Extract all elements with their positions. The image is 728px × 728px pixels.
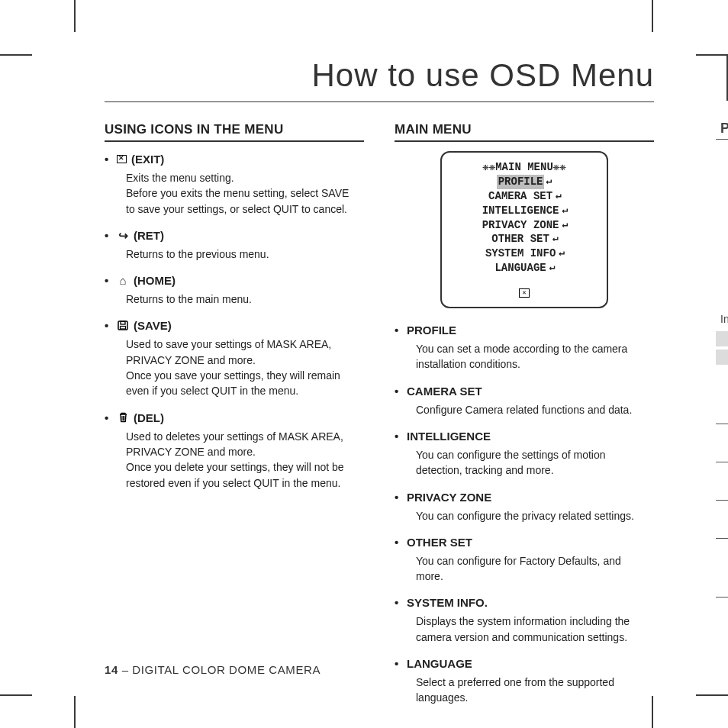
item-desc: Displays the system information includin… [416,614,654,645]
left-column: USING ICONS IN THE MENU (EXIT)Exits the … [105,122,364,717]
item-label: SYSTEM INFO. [407,594,488,610]
list-item: (SAVE)Used to save your settings of MASK… [105,317,364,398]
item-head: (DEL) [105,410,364,426]
crop-tick [0,54,32,56]
enter-icon: ↵ [549,261,556,275]
item-head: (RET) [105,227,364,243]
enter-icon: ↵ [562,204,569,218]
osd-item: PRIVACY ZONE [481,218,561,233]
edge-line [716,538,728,539]
item-label: OTHER SET [407,534,472,550]
osd-item: CAMERA SET [487,189,554,204]
item-head: (EXIT) [105,151,364,167]
save-icon [117,321,129,331]
osd-row: SYSTEM INFO↵ [446,246,602,261]
left-item-list: (EXIT)Exits the menu setting.Before you … [105,151,364,491]
item-label: INTELLIGENCE [407,428,491,444]
left-heading: USING ICONS IN THE MENU [105,122,364,142]
item-desc: Select a preferred one from the supporte… [416,675,654,706]
edge-line [716,139,728,140]
edge-partial-text: P [720,121,728,137]
crop-tick [0,694,32,696]
edge-line [716,462,728,462]
item-desc: Returns to the main menu. [126,292,364,307]
item-desc: You can set a mode according to the came… [416,341,654,372]
list-item: (DEL)Used to deletes your settings of MA… [105,410,364,491]
edge-line [716,597,728,598]
list-item: CAMERA SETConfigure Camera related funct… [395,383,654,417]
list-item: LANGUAGESelect a preferred one from the … [395,656,654,706]
list-item: INTELLIGENCEYou can configure the settin… [395,428,654,478]
enter-icon: ↵ [562,218,569,233]
crop-tick [696,54,728,56]
svg-rect-0 [118,321,127,330]
enter-icon: ↵ [556,189,562,204]
delete-icon [117,412,129,423]
svg-rect-1 [121,321,125,324]
right-item-list: PROFILEYou can set a mode according to t… [395,322,654,706]
item-head: OTHER SET [395,534,654,550]
page-number: 14 [105,663,118,676]
list-item: SYSTEM INFO.Displays the system informat… [395,594,654,645]
item-head: CAMERA SET [395,383,654,399]
list-item: PROFILEYou can set a mode according to t… [395,322,654,372]
item-head: SYSTEM INFO. [395,594,654,610]
crop-tick [696,694,728,696]
footer-text: – DIGITAL COLOR DOME CAMERA [118,663,321,676]
item-desc: Exits the menu setting.Before you exits … [126,170,364,217]
crop-tick [74,0,76,32]
item-head: LANGUAGE [395,656,654,672]
item-label: (DEL) [134,410,164,426]
enter-icon: ↵ [552,232,559,246]
list-item: OTHER SETYou can configure for Factory D… [395,534,654,585]
right-column: MAIN MENU ❋❋MAIN MENU❋❋ PROFILE↵CAMERA S… [395,122,654,717]
item-desc: You can configure the privacy related se… [416,508,654,523]
osd-row: INTELLIGENCE↵ [446,204,602,218]
enter-icon: ↵ [559,246,565,261]
item-label: (HOME) [134,272,176,288]
osd-menu-box: ❋❋MAIN MENU❋❋ PROFILE↵CAMERA SET↵INTELLI… [440,151,608,308]
list-item: (EXIT)Exits the menu setting.Before you … [105,151,364,217]
item-desc: Configure Camera related functions and d… [416,402,654,417]
osd-item: SYSTEM INFO [484,246,557,261]
item-label: (RET) [134,227,164,243]
crop-tick [652,0,653,32]
item-desc: Returns to the previous menu. [126,246,364,262]
item-head: PRIVACY ZONE [395,489,654,505]
item-label: LANGUAGE [407,656,472,672]
exit-icon [117,155,127,163]
home-icon [117,275,129,286]
item-head: INTELLIGENCE [395,428,654,444]
item-desc: Used to save your settings of MASK AREA,… [126,337,364,398]
return-icon [117,230,129,240]
item-label: (EXIT) [131,151,164,167]
item-label: CAMERA SET [407,383,482,399]
osd-item: PROFILE [497,175,545,189]
svg-rect-2 [121,327,126,330]
osd-row: LANGUAGE↵ [446,261,602,275]
osd-item: OTHER SET [490,232,551,246]
item-desc: You can configure for Factory Defaults, … [416,553,654,585]
list-item: (RET)Returns to the previous menu. [105,227,364,262]
exit-icon [519,288,530,298]
osd-exit-icon-row [446,285,602,299]
right-heading: MAIN MENU [395,122,654,142]
osd-row: CAMERA SET↵ [446,189,602,204]
osd-item: LANGUAGE [493,261,547,275]
footer: 14 – DIGITAL COLOR DOME CAMERA [105,663,321,676]
osd-title: ❋❋MAIN MENU❋❋ [446,160,602,175]
osd-row: PROFILE↵ [446,175,602,189]
osd-item: INTELLIGENCE [481,204,561,218]
osd-row: PRIVACY ZONE↵ [446,218,602,233]
list-item: (HOME)Returns to the main menu. [105,272,364,307]
osd-rows: PROFILE↵CAMERA SET↵INTELLIGENCE↵PRIVACY … [446,175,602,275]
edge-partial-text: In [720,313,728,325]
page-title: How to use OSD Menu [311,57,654,94]
item-desc: Used to deletes your settings of MASK AR… [126,429,364,491]
edge-band [716,331,728,346]
crop-tick [74,696,76,728]
content-columns: USING ICONS IN THE MENU (EXIT)Exits the … [105,122,654,717]
item-desc: You can configure the settings of motion… [416,447,654,478]
item-head: PROFILE [395,322,654,338]
item-label: PRIVACY ZONE [407,489,491,505]
